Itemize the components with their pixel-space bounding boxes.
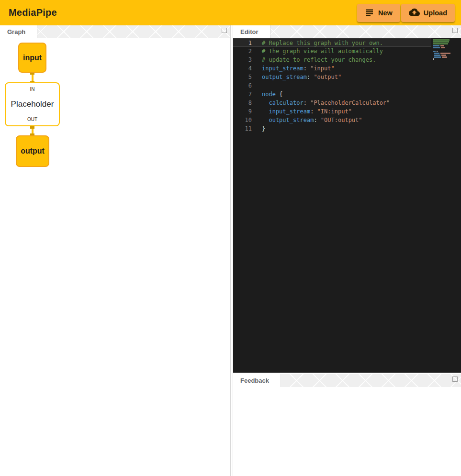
line-number: 1 xyxy=(233,39,252,46)
line-number: 11 xyxy=(233,124,252,133)
node-label: Placeholder xyxy=(11,100,54,109)
line-number: 3 xyxy=(233,55,252,64)
editor-tabstrip: Editor xyxy=(233,25,461,38)
upload-button-label: Upload xyxy=(424,9,447,17)
graph-node-placeholder[interactable]: IN Placeholder OUT xyxy=(5,82,60,126)
header-buttons: New Upload xyxy=(357,4,455,22)
out-port-label: OUT xyxy=(27,117,37,122)
tab-graph[interactable]: Graph xyxy=(0,25,37,38)
editor-minimap[interactable] xyxy=(433,39,450,60)
code-line[interactable]: 11} xyxy=(233,124,431,133)
code-line[interactable]: 2# The graph view will automatically xyxy=(233,47,431,55)
code-line[interactable]: 8 calculator: "PlaceholderCalculator" xyxy=(233,99,431,107)
code-line[interactable]: 3# update to reflect your changes. xyxy=(233,55,431,64)
line-number: 5 xyxy=(233,73,252,81)
code-lines: 1# Replace this graph with your own.2# T… xyxy=(233,38,431,133)
code-line[interactable]: 1# Replace this graph with your own. xyxy=(233,38,431,47)
code-line[interactable]: 4input_stream: "input" xyxy=(233,64,431,73)
feedback-content xyxy=(233,387,461,476)
node-label: output xyxy=(21,147,45,155)
line-number: 4 xyxy=(233,64,252,73)
line-number: 8 xyxy=(233,99,252,107)
in-port-label: IN xyxy=(30,87,35,92)
line-number: 6 xyxy=(233,81,252,90)
feedback-tabstrip: Feedback xyxy=(233,374,461,387)
line-number: 7 xyxy=(233,90,252,99)
new-button-label: New xyxy=(378,9,393,17)
maximize-icon[interactable] xyxy=(222,28,227,33)
graph-tabstrip: Graph xyxy=(0,25,230,38)
editor-scrollbar[interactable] xyxy=(456,38,456,373)
line-number: 9 xyxy=(233,107,252,116)
line-number: 10 xyxy=(233,116,252,124)
code-line[interactable]: 7node { xyxy=(233,90,431,99)
code-line[interactable]: 6 xyxy=(233,81,431,90)
graph-panel: Graph input IN Placeholder OUT output xyxy=(0,25,230,476)
graph-node-input[interactable]: input xyxy=(18,43,46,73)
maximize-icon[interactable] xyxy=(452,376,458,382)
app-header: MediaPipe New Upload xyxy=(0,0,461,25)
graph-node-output[interactable]: output xyxy=(16,135,49,167)
tab-editor[interactable]: Editor xyxy=(233,25,270,38)
upload-button[interactable]: Upload xyxy=(401,4,455,22)
new-list-icon xyxy=(365,8,374,19)
code-line[interactable]: 5output_stream: "output" xyxy=(233,73,431,81)
maximize-icon[interactable] xyxy=(452,28,458,33)
new-button[interactable]: New xyxy=(357,4,400,22)
cloud-upload-icon xyxy=(409,7,420,19)
tab-feedback[interactable]: Feedback xyxy=(233,374,281,387)
node-label: input xyxy=(23,54,42,62)
editor-panel: Editor 1# Replace this graph with your o… xyxy=(233,25,461,373)
code-line[interactable]: 9 input_stream: "IN:input" xyxy=(233,107,431,116)
app-title: MediaPipe xyxy=(9,0,57,25)
line-number: 2 xyxy=(233,47,252,55)
feedback-panel: Feedback xyxy=(233,374,461,476)
code-editor[interactable]: 1# Replace this graph with your own.2# T… xyxy=(233,38,461,373)
graph-canvas[interactable]: input IN Placeholder OUT output xyxy=(0,38,230,476)
code-line[interactable]: 10 output_stream: "OUT:output" xyxy=(233,116,431,124)
